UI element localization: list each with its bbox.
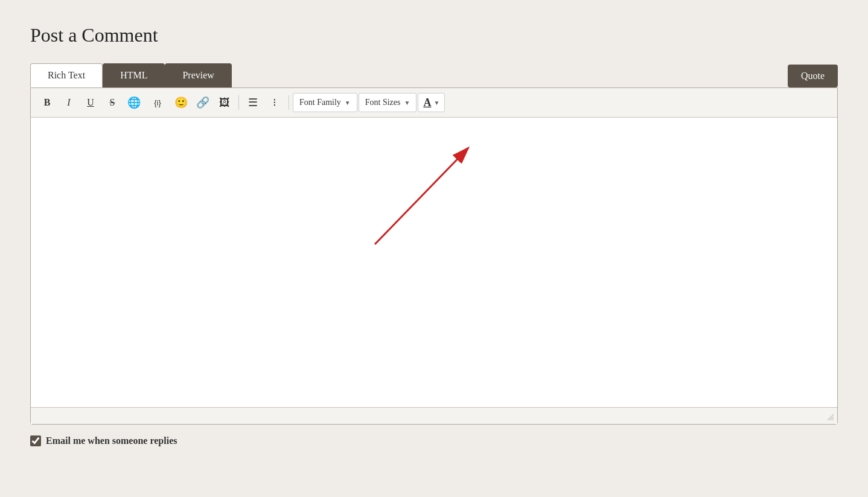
separator-2 bbox=[289, 95, 289, 110]
link-icon: 🔗 bbox=[196, 96, 209, 109]
quote-button[interactable]: Quote bbox=[788, 65, 838, 87]
separator-1 bbox=[238, 95, 239, 110]
link-button[interactable]: 🔗 bbox=[193, 93, 213, 112]
unordered-list-icon: ⁝ bbox=[273, 96, 276, 109]
font-family-dropdown[interactable]: Font Family ▼ bbox=[293, 93, 357, 112]
editor-container: B I U S 🌐 {i} 🙂 🔗 🖼 ☰ bbox=[30, 87, 838, 425]
editor-statusbar bbox=[31, 407, 837, 424]
bold-button[interactable]: B bbox=[37, 93, 57, 112]
tabs-container: Rich Text HTML Preview bbox=[30, 63, 232, 87]
svg-line-1 bbox=[375, 148, 468, 244]
toolbar: B I U S 🌐 {i} 🙂 🔗 🖼 ☰ bbox=[31, 88, 837, 118]
resize-handle-icon bbox=[825, 412, 834, 420]
font-color-button[interactable]: A ▼ bbox=[418, 93, 445, 112]
tab-html[interactable]: HTML bbox=[103, 63, 165, 87]
font-family-label: Font Family bbox=[299, 98, 341, 107]
smiley-icon: 🌐 bbox=[127, 96, 141, 109]
email-label: Email me when someone replies bbox=[46, 435, 177, 446]
image-button[interactable]: 🖼 bbox=[214, 93, 235, 112]
font-sizes-arrow-icon: ▼ bbox=[404, 100, 410, 106]
font-sizes-dropdown[interactable]: Font Sizes ▼ bbox=[359, 93, 417, 112]
tab-rich-text[interactable]: Rich Text bbox=[30, 63, 103, 87]
font-family-arrow-icon: ▼ bbox=[345, 100, 351, 106]
image-icon: 🖼 bbox=[219, 97, 230, 109]
emoji-icon: 🙂 bbox=[174, 96, 188, 109]
svg-line-4 bbox=[832, 419, 834, 420]
code-button[interactable]: {i} bbox=[145, 93, 170, 112]
code-icon: {i} bbox=[154, 98, 161, 107]
emoji-button[interactable]: 🙂 bbox=[171, 93, 191, 112]
font-color-arrow-icon: ▼ bbox=[433, 100, 439, 106]
tabs-row: Rich Text HTML Preview Quote bbox=[30, 63, 838, 87]
italic-button[interactable]: I bbox=[59, 93, 79, 112]
font-sizes-label: Font Sizes bbox=[365, 98, 401, 107]
smiley-button[interactable]: 🌐 bbox=[124, 93, 144, 112]
underline-button[interactable]: U bbox=[80, 93, 101, 112]
editor-body[interactable] bbox=[31, 118, 837, 407]
strikethrough-button[interactable]: S bbox=[102, 93, 123, 112]
tab-preview[interactable]: Preview bbox=[165, 63, 231, 87]
ordered-list-icon: ☰ bbox=[248, 96, 258, 109]
font-color-icon: A bbox=[423, 97, 431, 109]
ordered-list-button[interactable]: ☰ bbox=[243, 93, 263, 112]
page-title: Post a Comment bbox=[30, 24, 838, 46]
arrow-annotation bbox=[357, 136, 490, 256]
email-option-row: Email me when someone replies bbox=[30, 435, 838, 446]
unordered-list-button[interactable]: ⁝ bbox=[264, 93, 285, 112]
email-checkbox[interactable] bbox=[30, 435, 41, 446]
